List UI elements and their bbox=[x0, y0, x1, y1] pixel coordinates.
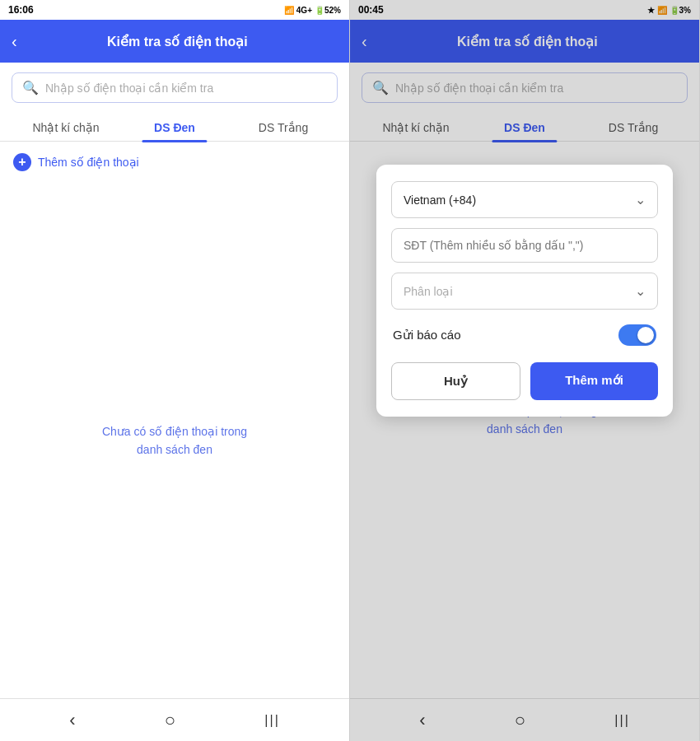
left-tab-ds-den[interactable]: DS Đen bbox=[120, 113, 229, 141]
left-empty-state: Chưa có số điện thoại trong danh sách đe… bbox=[0, 183, 349, 698]
left-tab-ds-trang[interactable]: DS Trắng bbox=[229, 113, 338, 141]
right-country-chevron-icon: ⌄ bbox=[635, 192, 646, 207]
left-empty-line1: Chưa có số điện thoại trong bbox=[102, 422, 247, 440]
right-add-button[interactable]: Thêm mới bbox=[530, 362, 658, 400]
left-back-button[interactable]: ‹ bbox=[12, 33, 17, 49]
left-app-header: ‹ Kiểm tra số điện thoại bbox=[0, 20, 349, 63]
right-toggle-label: Gửi báo cáo bbox=[393, 328, 461, 343]
right-toggle-knob bbox=[637, 327, 654, 343]
left-tabs: Nhật kí chặn DS Đen DS Trắng bbox=[0, 113, 349, 142]
right-category-field: Phân loại ⌄ bbox=[391, 273, 658, 310]
right-phone-panel: 00:45 ★ 📶 🔋3% ‹ Kiểm tra số điện thoại 🔍… bbox=[350, 0, 700, 741]
left-nav-back-icon[interactable]: ‹ bbox=[69, 710, 75, 731]
left-add-phone-button[interactable]: + Thêm số điện thoại bbox=[0, 142, 349, 183]
left-nav-home-icon[interactable]: ○ bbox=[165, 710, 175, 731]
left-status-bar: 16:06 📶 4G+ 🔋52% bbox=[0, 0, 349, 20]
right-country-field: Vietnam (+84) ⌄ bbox=[391, 181, 658, 218]
left-search-bar[interactable]: 🔍 Nhập số điện thoại cần kiểm tra bbox=[12, 72, 338, 103]
right-add-phone-modal: Vietnam (+84) ⌄ Phân loại ⌄ Gửi báo cáo bbox=[376, 165, 673, 417]
left-search-icon: 🔍 bbox=[22, 80, 39, 96]
right-category-chevron-icon: ⌄ bbox=[635, 283, 646, 299]
left-header-title: Kiểm tra số điện thoại bbox=[17, 34, 338, 49]
left-add-icon: + bbox=[13, 153, 31, 171]
left-tab-nhat-ki-chan[interactable]: Nhật kí chặn bbox=[12, 113, 120, 141]
right-toggle-row: Gửi báo cáo bbox=[391, 319, 658, 351]
right-toggle-switch[interactable] bbox=[618, 324, 656, 346]
left-status-icons: 📶 4G+ 🔋52% bbox=[284, 6, 341, 15]
right-cancel-button[interactable]: Huỷ bbox=[391, 362, 520, 400]
left-nav-bar: ‹ ○ ||| bbox=[0, 698, 349, 741]
left-phone-panel: 16:06 📶 4G+ 🔋52% ‹ Kiểm tra số điện thoạ… bbox=[0, 0, 350, 741]
left-time: 16:06 bbox=[8, 4, 34, 16]
right-category-dropdown[interactable]: Phân loại ⌄ bbox=[391, 273, 658, 310]
left-empty-line2: danh sách đen bbox=[102, 440, 247, 459]
right-country-dropdown[interactable]: Vietnam (+84) ⌄ bbox=[391, 181, 658, 218]
left-search-placeholder: Nhập số điện thoại cần kiểm tra bbox=[45, 82, 213, 95]
left-content: + Thêm số điện thoại Chưa có số điện tho… bbox=[0, 142, 349, 698]
left-add-label: Thêm số điện thoại bbox=[38, 156, 139, 169]
right-phone-field bbox=[391, 228, 658, 263]
right-category-value: Phân loại bbox=[404, 285, 453, 298]
right-modal-overlay: Vietnam (+84) ⌄ Phân loại ⌄ Gửi báo cáo bbox=[350, 0, 699, 741]
right-modal-buttons: Huỷ Thêm mới bbox=[391, 362, 658, 400]
left-nav-recent-icon[interactable]: ||| bbox=[264, 713, 279, 728]
right-country-value: Vietnam (+84) bbox=[404, 193, 476, 207]
right-phone-input[interactable] bbox=[391, 228, 658, 263]
